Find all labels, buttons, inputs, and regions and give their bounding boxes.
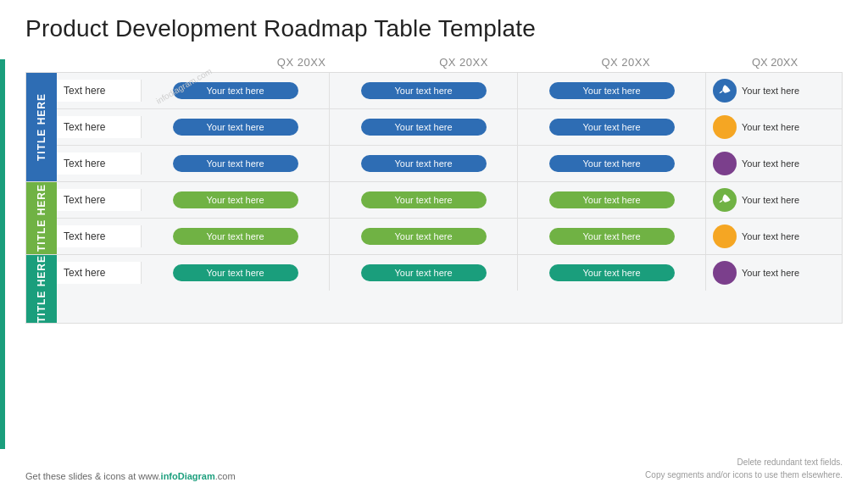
- last-cell-text: Your text here: [742, 230, 799, 242]
- status-icon: [713, 79, 737, 103]
- data-cell: Your text here: [142, 146, 330, 181]
- data-cell: Your text here: [518, 219, 706, 254]
- row-cells: Your text hereYour text hereYour text he…: [142, 255, 706, 291]
- table-row: Text hereYour text hereYour text hereYou…: [57, 255, 842, 291]
- pill: Your text here: [361, 264, 487, 281]
- section-title-bar-3: Title Here: [26, 255, 57, 323]
- last-cell: Your text here: [706, 219, 842, 254]
- row-cells: Your text hereYour text hereYour text he…: [142, 182, 706, 218]
- col-header-4: QX 20XX: [707, 56, 843, 72]
- col-header-2: QX 20XX: [382, 56, 544, 72]
- svg-point-0: [725, 89, 726, 91]
- pill: Your text here: [549, 82, 675, 99]
- pill: Your text here: [173, 228, 298, 245]
- section-title-label: Title Here: [36, 93, 47, 161]
- table-row: Text hereYour text hereYour text hereYou…: [57, 219, 842, 254]
- data-cell: Your text here: [330, 146, 518, 181]
- last-cell: Your text here: [706, 109, 842, 145]
- pill: Your text here: [361, 155, 487, 172]
- pill: Your text here: [173, 155, 298, 172]
- table-row: Text hereYour text hereYour text hereYou…: [57, 146, 842, 181]
- data-cell: Your text here: [518, 255, 706, 291]
- footer-right: Delete redundant text fields. Copy segme…: [645, 456, 843, 481]
- col-headers: QX 20XX QX 20XX QX 20XX: [220, 56, 707, 72]
- section-rows-3: Text hereYour text hereYour text hereYou…: [57, 255, 842, 323]
- pill: Your text here: [361, 228, 487, 245]
- status-icon: [713, 188, 737, 212]
- header-row: QX 20XX QX 20XX QX 20XX QX 20XX: [25, 56, 843, 72]
- data-cell: Your text here: [330, 219, 518, 254]
- last-cell: Your text here: [706, 73, 842, 108]
- data-cell: Your text here: [142, 73, 330, 108]
- section-title-label: Title Here: [36, 255, 47, 323]
- data-cell: Your text here: [330, 109, 518, 145]
- section-rows-2: Text hereYour text hereYour text hereYou…: [57, 182, 842, 254]
- pill: Your text here: [173, 119, 298, 136]
- pill: Your text here: [173, 82, 298, 99]
- pill: Your text here: [173, 191, 298, 208]
- status-icon: [713, 115, 737, 139]
- row-label: Text here: [57, 225, 142, 247]
- data-cell: Your text here: [142, 109, 330, 145]
- section-rows-1: Text hereYour text hereYour text hereYou…: [57, 73, 842, 181]
- pill: Your text here: [361, 119, 487, 136]
- last-cell-text: Your text here: [742, 267, 799, 279]
- brand-name: infoDiagram: [161, 471, 215, 481]
- section-1: Title HereText hereYour text hereYour te…: [26, 73, 842, 182]
- row-cells: Your text hereYour text hereYour text he…: [142, 109, 706, 145]
- status-icon: [713, 152, 737, 175]
- section-title-bar-1: Title Here: [26, 73, 57, 181]
- pill: Your text here: [361, 82, 487, 99]
- last-cell-text: Your text here: [742, 158, 799, 169]
- data-cell: Your text here: [518, 146, 706, 181]
- page: Product Development Roadmap Table Templa…: [0, 0, 868, 488]
- pill: Your text here: [549, 228, 675, 245]
- roadmap-table: QX 20XX QX 20XX QX 20XX QX 20XX Title He…: [25, 56, 843, 324]
- pill: Your text here: [549, 155, 675, 172]
- data-cell: Your text here: [142, 219, 330, 254]
- pill: Your text here: [549, 264, 675, 281]
- col-header-3: QX 20XX: [545, 56, 707, 72]
- footer: Get these slides & icons at www.infoDiag…: [25, 456, 843, 481]
- left-accent-bar: [0, 59, 5, 449]
- data-cell: Your text here: [142, 182, 330, 218]
- section-title-label: Title Here: [36, 184, 47, 252]
- data-cell: Your text here: [518, 109, 706, 145]
- row-label: Text here: [57, 116, 142, 138]
- pill: Your text here: [549, 191, 675, 208]
- table-row: Text hereYour text hereYour text hereYou…: [57, 73, 842, 109]
- row-label: Text here: [57, 80, 142, 102]
- row-label: Text here: [57, 189, 142, 211]
- last-cell: Your text here: [706, 146, 842, 181]
- section-color-bar-2: Title Here: [26, 182, 57, 254]
- pill: Your text here: [549, 119, 675, 136]
- svg-point-1: [725, 198, 726, 200]
- row-cells: Your text hereYour text hereYour text he…: [142, 219, 706, 254]
- pill: Your text here: [361, 191, 487, 208]
- last-cell-text: Your text here: [742, 121, 799, 133]
- table-row: Text hereYour text hereYour text hereYou…: [57, 109, 842, 146]
- status-icon: [713, 261, 737, 285]
- page-title: Product Development Roadmap Table Templa…: [25, 15, 843, 42]
- data-cell: Your text here: [330, 182, 518, 218]
- row-label: Text here: [57, 152, 142, 175]
- data-cell: Your text here: [330, 73, 518, 108]
- data-cell: Your text here: [142, 255, 330, 291]
- footer-left: Get these slides & icons at www.infoDiag…: [25, 471, 236, 481]
- last-cell-text: Your text here: [742, 194, 799, 206]
- main-content: Title HereText hereYour text hereYour te…: [25, 72, 843, 324]
- data-cell: Your text here: [518, 73, 706, 108]
- last-cell: Your text here: [706, 255, 842, 291]
- section-color-bar-3: Title Here: [26, 255, 57, 323]
- row-cells: Your text hereYour text hereYour text he…: [142, 73, 706, 108]
- section-3: Title HereText hereYour text hereYour te…: [26, 255, 842, 323]
- section-title-bar-2: Title Here: [26, 182, 57, 254]
- row-cells: Your text hereYour text hereYour text he…: [142, 146, 706, 181]
- data-cell: Your text here: [330, 255, 518, 291]
- data-cell: Your text here: [518, 182, 706, 218]
- last-cell: Your text here: [706, 182, 842, 218]
- pill: Your text here: [173, 264, 298, 281]
- section-2: Title HereText hereYour text hereYour te…: [26, 182, 842, 255]
- row-label: Text here: [57, 262, 142, 284]
- col-header-1: QX 20XX: [220, 56, 382, 72]
